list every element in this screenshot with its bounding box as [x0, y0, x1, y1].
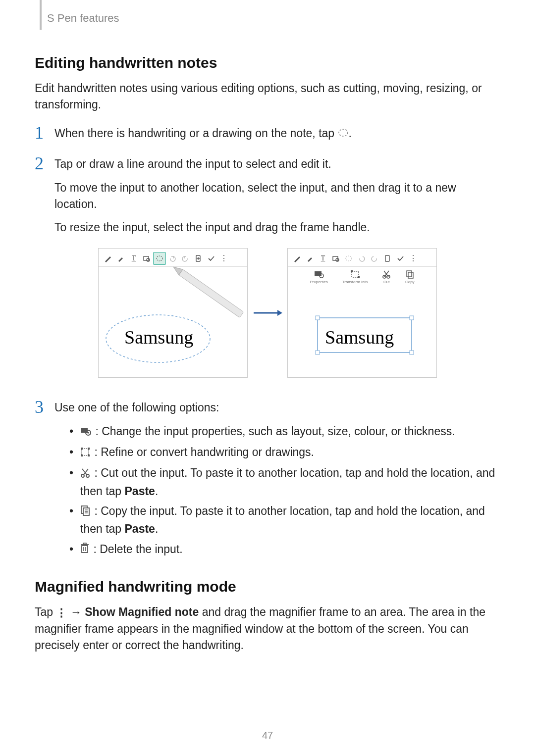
- insert-icon: [381, 252, 394, 265]
- text-icon: T: [127, 252, 140, 265]
- svg-point-34: [87, 432, 89, 434]
- selection-tool-icon-selected: [153, 252, 166, 265]
- magnified-body: Tap ⋮ → Show Magnified note and drag the…: [35, 604, 500, 654]
- bullet-copy: : Copy the input. To paste it to another…: [69, 503, 500, 538]
- bullet-refine: : Refine or convert handwriting or drawi…: [69, 444, 500, 461]
- shape-icon: [329, 252, 342, 265]
- step-2-line1: Tap or draw a line around the input to s…: [54, 156, 500, 172]
- step-number-2: 2: [35, 154, 54, 243]
- svg-point-3: [157, 256, 162, 261]
- header-accent-line: [40, 0, 42, 30]
- bullet-delete: : Delete the input.: [69, 541, 500, 558]
- svg-rect-26: [408, 272, 413, 278]
- redo-icon: [179, 252, 192, 265]
- step-1-post: .: [349, 127, 352, 140]
- transform-sub-icon: Transform Info: [342, 270, 368, 284]
- bullet-properties: : Change the input properties, such as l…: [69, 423, 500, 441]
- undo-icon: [166, 252, 179, 265]
- copy-sub-icon: Copy: [405, 270, 415, 284]
- redo-icon: [368, 252, 381, 265]
- step-2: 2 Tap or draw a line around the input to…: [35, 154, 500, 243]
- bullet-cut: : Cut out the input. To paste it to anot…: [69, 464, 500, 500]
- illus-canvas-right: Samsung: [288, 298, 436, 377]
- svg-rect-37: [88, 448, 90, 450]
- svg-rect-18: [352, 271, 359, 277]
- step-2-line2: To move the input to another location, s…: [54, 180, 500, 213]
- illus-canvas-left: Samsung: [99, 264, 247, 377]
- svg-rect-36: [81, 448, 83, 450]
- illustration-row: T ⋮: [35, 248, 500, 378]
- check-icon: [394, 252, 407, 265]
- shape-icon: [140, 252, 153, 265]
- svg-rect-35: [82, 449, 89, 455]
- svg-rect-20: [358, 276, 360, 278]
- highlighter-icon: [304, 252, 317, 265]
- handwriting-text-left: Samsung: [124, 327, 193, 348]
- svg-point-13: [336, 258, 339, 261]
- step-1-text: When there is handwriting or a drawing o…: [54, 125, 500, 143]
- copy-icon: [80, 505, 93, 518]
- transform-icon: [80, 447, 93, 459]
- svg-rect-25: [407, 271, 412, 277]
- insert-icon: [192, 252, 205, 265]
- svg-rect-31: [410, 351, 414, 354]
- svg-rect-30: [316, 351, 320, 354]
- selection-tool-icon: [338, 126, 349, 142]
- step-number-3: 3: [35, 398, 54, 573]
- step-number-1: 1: [35, 123, 54, 150]
- more-vertical-icon: ⋮: [56, 605, 67, 621]
- cut-sub-icon: Cut: [382, 270, 391, 284]
- more-icon: ⋮: [217, 252, 230, 265]
- svg-rect-7: [179, 269, 244, 318]
- step-3-line1: Use one of the following options:: [54, 400, 500, 416]
- svg-marker-11: [277, 310, 282, 316]
- undo-icon: [355, 252, 368, 265]
- delete-icon: [80, 543, 92, 556]
- step-1-pre: When there is handwriting or a drawing o…: [54, 127, 338, 140]
- svg-rect-15: [385, 255, 389, 261]
- illus-sub-toolbar: Properties Transform Info Cut Copy: [288, 267, 436, 287]
- svg-point-0: [339, 129, 348, 136]
- highlighter-icon: [114, 252, 127, 265]
- editing-intro: Edit handwritten notes using various edi…: [35, 80, 500, 113]
- input-properties-icon: [80, 426, 94, 439]
- arrow-right-icon: [253, 308, 282, 318]
- header-section-title: S Pen features: [47, 12, 119, 25]
- properties-sub-icon: Properties: [310, 270, 327, 284]
- svg-rect-39: [88, 454, 90, 456]
- text-icon: T: [317, 252, 329, 265]
- illustration-after: T ⋮ Properties Transfor: [287, 248, 437, 378]
- svg-rect-29: [410, 316, 414, 320]
- svg-rect-51: [83, 543, 86, 545]
- svg-rect-49: [82, 546, 88, 553]
- svg-point-2: [147, 258, 150, 261]
- step-3: 3 Use one of the following options: : Ch…: [35, 398, 500, 573]
- step-3-bullets: : Change the input properties, such as l…: [54, 423, 500, 558]
- editing-title: Editing handwritten notes: [35, 54, 500, 71]
- step-2-line3: To resize the input, select the input an…: [54, 219, 500, 236]
- step-1: 1 When there is handwriting or a drawing…: [35, 123, 500, 150]
- svg-rect-28: [316, 316, 320, 320]
- svg-point-14: [346, 256, 352, 261]
- magnified-title: Magnified handwriting mode: [35, 578, 500, 595]
- pen-icon: [102, 252, 114, 265]
- svg-rect-19: [351, 270, 353, 272]
- selection-tool-icon: [342, 252, 355, 265]
- page-number: 47: [0, 730, 535, 741]
- illustration-before: T ⋮: [98, 248, 248, 378]
- pen-icon: [291, 252, 304, 265]
- handwriting-text-right: Samsung: [325, 327, 394, 348]
- svg-rect-38: [81, 454, 83, 456]
- more-icon: ⋮: [407, 252, 420, 265]
- illus-toolbar-right: T ⋮: [288, 249, 436, 267]
- check-icon: [205, 252, 217, 265]
- illustration-arrow: [248, 248, 287, 378]
- cut-icon: [80, 467, 93, 480]
